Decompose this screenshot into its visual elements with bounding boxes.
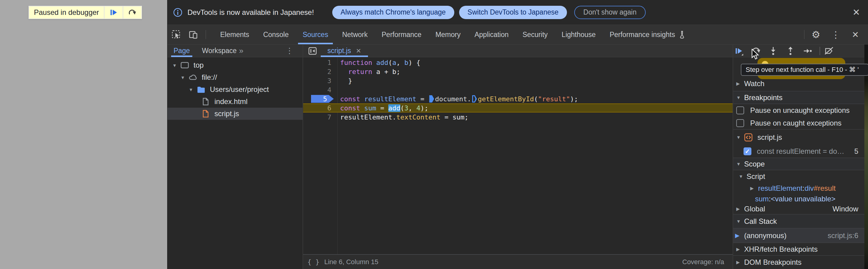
tab-page[interactable]: Page	[174, 45, 190, 57]
coverage-status: Coverage: n/a	[682, 258, 724, 266]
tab-console[interactable]: Console	[256, 25, 296, 44]
tab-memory[interactable]: Memory	[429, 25, 468, 44]
scope-var-sum[interactable]: sum: <value unavailable>	[733, 194, 864, 204]
code-token: ,	[396, 59, 404, 66]
tree-item-label: file://	[202, 73, 217, 82]
expand-arrow-icon[interactable]: ▶	[750, 186, 758, 191]
tab-security[interactable]: Security	[516, 25, 555, 44]
step-into-button[interactable]	[768, 46, 778, 56]
line-number[interactable]: 3	[303, 76, 337, 85]
devtools-close-icon[interactable]: ✕	[852, 30, 859, 40]
collapse-arrow-icon[interactable]: ▼	[736, 161, 744, 166]
section-call-stack[interactable]: ▼ Call Stack	[733, 214, 864, 228]
collapse-arrow-icon[interactable]: ▼	[736, 95, 744, 100]
resume-script-icon	[109, 8, 118, 17]
tree-item-top[interactable]: ▼ top	[167, 59, 303, 71]
collapse-arrow-icon[interactable]: ▶	[736, 81, 744, 86]
resume-button[interactable]	[734, 46, 744, 56]
line-number[interactable]: 1	[303, 58, 337, 67]
tree-item-file-protocol[interactable]: ▼ file://	[167, 71, 303, 83]
expand-arrow-icon[interactable]: ▶	[736, 206, 744, 212]
settings-gear-icon[interactable]: ⚙	[812, 29, 820, 41]
section-xhr-breakpoints[interactable]: ▶ XHR/fetch Breakpoints	[733, 243, 864, 255]
inline-breakpoint-filled-icon[interactable]	[429, 95, 434, 103]
breakpoint-flag-icon[interactable]: 5	[311, 95, 334, 103]
breakpoint-gutter-marker[interactable]: 5	[303, 94, 337, 103]
scope-group-label: Global	[744, 205, 765, 213]
more-options-kebab-icon[interactable]: ⋮	[831, 29, 840, 40]
always-match-language-button[interactable]: Always match Chrome's language	[332, 6, 454, 19]
section-breakpoints[interactable]: ▼ Breakpoints	[733, 91, 864, 104]
pause-uncaught-exceptions-row[interactable]: Pause on uncaught exceptions	[733, 104, 864, 117]
code-token: getElementById	[478, 95, 534, 103]
pretty-print-icon[interactable]: { }	[307, 258, 319, 266]
section-dom-breakpoints[interactable]: ▶ DOM Breakpoints	[733, 255, 864, 269]
collapse-arrow-icon[interactable]: ▼	[736, 219, 744, 224]
tab-workspace[interactable]: Workspace	[202, 45, 237, 57]
code-text: function add(a, b) {	[337, 58, 421, 67]
inspect-element-icon[interactable]	[171, 29, 181, 40]
more-tabs-icon[interactable]: »	[239, 46, 243, 55]
scope-script-group[interactable]: ▼ Script	[733, 170, 864, 183]
section-scope[interactable]: ▼ Scope	[733, 158, 864, 170]
pause-uncaught-checkbox[interactable]	[736, 106, 744, 114]
breakpoint-entry[interactable]: ✓ const resultElement = doc⋯ 5	[733, 145, 864, 158]
scope-var-resultelement[interactable]: ▶ resultElement: div#result	[733, 183, 864, 194]
collapse-arrow-icon[interactable]: ▼	[739, 174, 747, 179]
toggle-navigator-icon[interactable]	[307, 46, 318, 56]
code-lines[interactable]: 1function add(a, b) {2 return a + b;3 }4…	[303, 57, 733, 254]
resume-script-button[interactable]	[104, 6, 123, 19]
tree-item-index-html[interactable]: index.html	[167, 96, 303, 108]
editor-tab-script-js[interactable]: script.js ✕	[321, 45, 368, 57]
navigator-kebab-icon[interactable]: ⋮	[286, 46, 293, 55]
line-number[interactable]: 2	[303, 67, 337, 76]
section-title: Scope	[744, 160, 765, 168]
step-out-button[interactable]	[785, 46, 796, 56]
switch-to-japanese-button[interactable]: Switch DevTools to Japanese	[459, 6, 567, 19]
device-toolbar-icon[interactable]	[188, 29, 198, 40]
line-number[interactable]: 7	[303, 112, 337, 122]
deactivate-breakpoints-button[interactable]	[824, 46, 834, 56]
inline-breakpoint-hollow-icon[interactable]	[472, 95, 477, 103]
collapse-arrow-icon[interactable]: ▼	[736, 135, 744, 140]
code-token: textContent	[396, 113, 440, 121]
var-sep: :	[769, 195, 771, 203]
var-sep: :	[803, 184, 805, 193]
scope-group-label: Script	[747, 172, 765, 181]
tab-performance[interactable]: Performance	[375, 25, 429, 44]
scope-global-group[interactable]: ▶ Global Window	[733, 204, 864, 214]
tab-network[interactable]: Network	[335, 25, 375, 44]
dont-show-again-button[interactable]: Don't show again	[574, 6, 646, 19]
infobar-close-icon[interactable]: ✕	[852, 7, 860, 18]
step-over-toast-button[interactable]	[123, 6, 142, 19]
collapse-arrow-icon[interactable]: ▶	[736, 260, 744, 265]
tab-lighthouse[interactable]: Lighthouse	[555, 25, 603, 44]
tab-sources[interactable]: Sources	[296, 25, 335, 44]
code-text: const resultElement = document.getElemen…	[337, 94, 578, 103]
expand-arrow-icon[interactable]: ▼	[189, 87, 196, 92]
navigator-sidebar: Page Workspace » ⋮ ▼ top ▼ file:// ▼	[167, 45, 303, 269]
breakpoint-file-group[interactable]: ▼ script.js	[733, 129, 864, 145]
paused-toast-label-segment: Paused in debugger	[29, 6, 104, 19]
line-number[interactable]: 6	[303, 103, 337, 112]
var-value-tag: div	[804, 184, 814, 193]
code-line-1: 1function add(a, b) {	[303, 58, 733, 67]
code-token: );	[421, 104, 429, 112]
call-stack-frame[interactable]: ▶ (anonymous) script.js:6	[733, 228, 864, 243]
expand-arrow-icon[interactable]: ▼	[181, 75, 188, 80]
line-number[interactable]: 4	[303, 85, 337, 94]
tree-item-project-folder[interactable]: ▼ Users/user/project	[167, 83, 303, 96]
step-button[interactable]	[803, 46, 813, 56]
editor-tab-label: script.js	[328, 47, 351, 55]
frame-name: (anonymous)	[744, 232, 786, 240]
tab-performance-insights[interactable]: Performance insights	[603, 25, 693, 44]
breakpoint-checkbox[interactable]: ✓	[744, 147, 751, 155]
collapse-arrow-icon[interactable]: ▶	[736, 247, 744, 252]
tree-item-script-js[interactable]: script.js	[167, 108, 303, 120]
pause-caught-exceptions-row[interactable]: Pause on caught exceptions	[733, 117, 864, 129]
tab-elements[interactable]: Elements	[213, 25, 256, 44]
expand-arrow-icon[interactable]: ▼	[172, 63, 180, 68]
pause-caught-checkbox[interactable]	[736, 119, 744, 127]
tab-close-icon[interactable]: ✕	[356, 47, 361, 55]
tab-application[interactable]: Application	[468, 25, 516, 44]
